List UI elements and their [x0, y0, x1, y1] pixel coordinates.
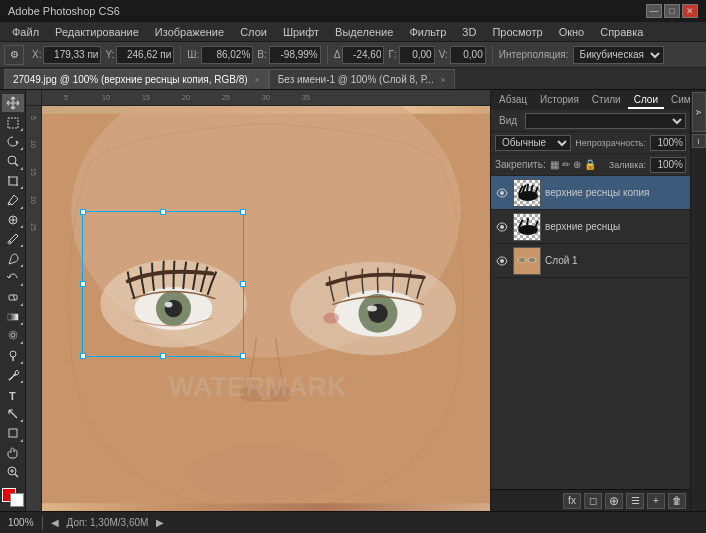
menu-edit[interactable]: Редактирование: [47, 22, 147, 42]
layer-1-checker: [514, 214, 540, 240]
layer-0-visibility[interactable]: [495, 186, 509, 200]
layer-adjustment-button[interactable]: ⊕: [605, 493, 623, 509]
menu-file[interactable]: Файл: [4, 22, 47, 42]
lock-pixels-icon[interactable]: ✏: [562, 159, 570, 170]
svg-point-1: [8, 156, 16, 164]
status-arrow-right[interactable]: ▶: [156, 517, 164, 528]
layer-item-2[interactable]: Слой 1: [491, 244, 690, 278]
tab-history[interactable]: История: [534, 91, 585, 109]
title-bar-left: Adobe Photoshop CS6: [8, 5, 120, 17]
layers-panel: Вид Обычные Непрозрачность: Закрепить: ▦…: [491, 110, 690, 511]
dodge-tool[interactable]: [2, 346, 24, 364]
menu-layers[interactable]: Слои: [232, 22, 275, 42]
tab-paragraph[interactable]: Абзац: [493, 91, 533, 109]
layer-2-visibility[interactable]: [495, 254, 509, 268]
layer-group-button[interactable]: ☰: [626, 493, 644, 509]
background-color[interactable]: [10, 493, 24, 507]
path-selection-tool[interactable]: [2, 405, 24, 423]
mini-btn-1[interactable]: А: [692, 92, 706, 132]
interp-label: Интерполяция:: [499, 49, 569, 60]
type-tool[interactable]: T: [2, 385, 24, 403]
tab-styles[interactable]: Стили: [586, 91, 627, 109]
shape-tool[interactable]: [2, 424, 24, 442]
quick-select-tool[interactable]: [2, 152, 24, 170]
svg-point-8: [10, 351, 16, 357]
b-label: В:: [257, 49, 266, 60]
pen-tool[interactable]: [2, 366, 24, 384]
menu-image[interactable]: Изображение: [147, 22, 232, 42]
tab-layers[interactable]: Слои: [628, 91, 664, 109]
maximize-button[interactable]: □: [664, 4, 680, 18]
lock-icons: ▦ ✏ ⊕ 🔒: [550, 159, 596, 170]
layer-1-name: верхние реснцы: [545, 221, 686, 232]
lock-all-icon[interactable]: 🔒: [584, 159, 596, 170]
minimize-button[interactable]: —: [646, 4, 662, 18]
lock-row: Закрепить: ▦ ✏ ⊕ 🔒 Заливка:: [491, 154, 690, 176]
crop-tool[interactable]: [2, 172, 24, 190]
move-tool[interactable]: [2, 94, 24, 112]
blend-mode-select[interactable]: Обычные: [495, 135, 571, 151]
layer-1-thumbnail: [513, 213, 541, 241]
zoom-level: 100%: [8, 517, 34, 528]
canvas-photo: WATERMARK: [42, 106, 490, 511]
w-input[interactable]: [201, 46, 253, 64]
lock-transparent-icon[interactable]: ▦: [550, 159, 559, 170]
tab-2[interactable]: Без имени-1 @ 100% (Слой 8, Р... ×: [269, 69, 455, 89]
lasso-tool[interactable]: [2, 133, 24, 151]
interpolation-select[interactable]: Бикубическая: [573, 46, 664, 64]
hand-tool[interactable]: [2, 444, 24, 462]
history-brush-tool[interactable]: [2, 269, 24, 287]
svg-rect-5: [8, 314, 18, 320]
menu-select[interactable]: Выделение: [327, 22, 401, 42]
eyedropper-tool[interactable]: [2, 191, 24, 209]
delta-input[interactable]: [342, 46, 384, 64]
x-input[interactable]: [43, 46, 101, 64]
brush-tool[interactable]: [2, 230, 24, 248]
ruler-corner: [26, 90, 42, 106]
svg-point-35: [500, 259, 504, 263]
gradient-tool[interactable]: [2, 308, 24, 326]
clone-stamp-tool[interactable]: [2, 249, 24, 267]
title-bar-right: — □ ✕: [646, 4, 698, 18]
close-button[interactable]: ✕: [682, 4, 698, 18]
marquee-tool[interactable]: [2, 113, 24, 131]
layer-item-1[interactable]: верхние реснцы: [491, 210, 690, 244]
layer-1-visibility[interactable]: [495, 220, 509, 234]
svg-point-38: [519, 258, 525, 262]
tab-2-close[interactable]: ×: [441, 75, 446, 85]
divider-1: [180, 46, 181, 64]
opacity-input[interactable]: [650, 135, 686, 151]
panel-tabs: Абзац История Стили Слои Символ Каналы »: [491, 90, 690, 110]
menu-3d[interactable]: 3D: [454, 22, 484, 42]
tab-1-close[interactable]: ×: [254, 75, 259, 85]
blur-tool[interactable]: [2, 327, 24, 345]
menu-type[interactable]: Шрифт: [275, 22, 327, 42]
transform-options-btn[interactable]: ⚙: [4, 45, 24, 65]
b-input[interactable]: [269, 46, 321, 64]
v-input[interactable]: [450, 46, 486, 64]
r-input[interactable]: [399, 46, 435, 64]
menu-window[interactable]: Окно: [551, 22, 593, 42]
layer-2-name: Слой 1: [545, 255, 686, 266]
view-select[interactable]: [525, 113, 686, 129]
layer-fx-button[interactable]: fx: [563, 493, 581, 509]
y-field: Y:: [105, 46, 174, 64]
delete-layer-button[interactable]: 🗑: [668, 493, 686, 509]
mini-btn-2[interactable]: I: [692, 134, 706, 148]
menu-filter[interactable]: Фильтр: [401, 22, 454, 42]
healing-brush-tool[interactable]: [2, 211, 24, 229]
divider-2: [327, 46, 328, 64]
fill-input[interactable]: [650, 157, 686, 173]
zoom-tool[interactable]: [2, 463, 24, 481]
menu-help[interactable]: Справка: [592, 22, 651, 42]
new-layer-button[interactable]: +: [647, 493, 665, 509]
lock-position-icon[interactable]: ⊕: [573, 159, 581, 170]
y-input[interactable]: [116, 46, 174, 64]
layer-mask-button[interactable]: ◻: [584, 493, 602, 509]
svg-rect-10: [9, 429, 17, 437]
status-arrow-left[interactable]: ◀: [51, 517, 59, 528]
eraser-tool[interactable]: [2, 288, 24, 306]
menu-view[interactable]: Просмотр: [484, 22, 550, 42]
layer-item-0[interactable]: верхние реснцы копия: [491, 176, 690, 210]
tab-1[interactable]: 27049.jpg @ 100% (верхние реснцы копия, …: [4, 69, 269, 89]
